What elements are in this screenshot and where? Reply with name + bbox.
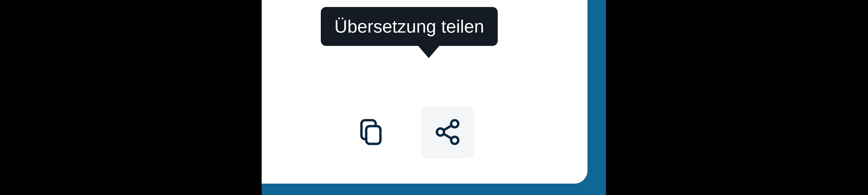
share-icon [433, 118, 462, 147]
share-tooltip: Übersetzung teilen [321, 7, 498, 46]
svg-rect-0 [366, 126, 380, 144]
toolbar [262, 106, 557, 158]
tooltip-text: Übersetzung teilen [334, 16, 484, 36]
copy-button[interactable] [345, 106, 397, 158]
svg-line-4 [444, 134, 452, 139]
translation-card: Übersetzung teilen [262, 0, 588, 184]
copy-icon [357, 118, 385, 147]
share-button[interactable] [421, 106, 474, 158]
svg-line-5 [444, 125, 452, 130]
outer-frame: Übersetzung teilen [262, 0, 606, 195]
